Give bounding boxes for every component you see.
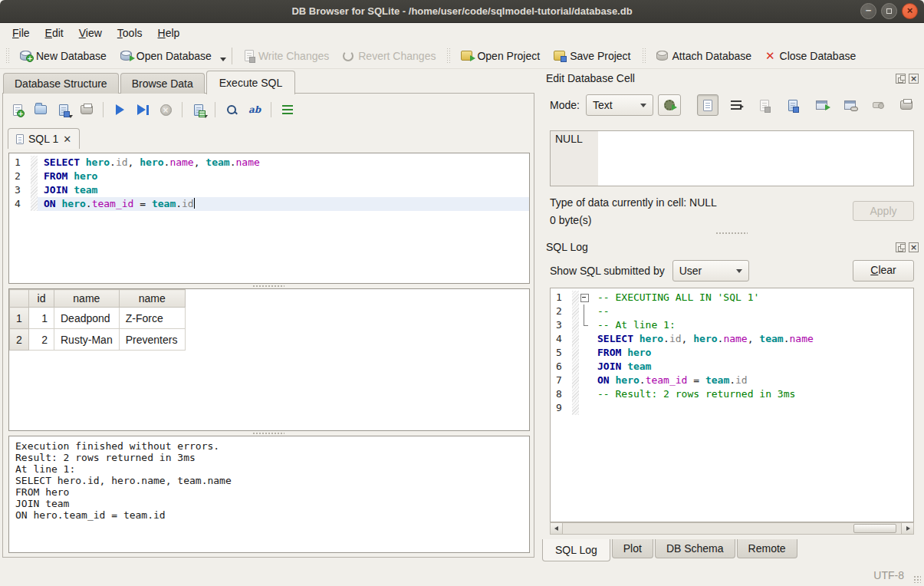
code-line[interactable]: 3-- At line 1: [551,318,913,332]
apply-button[interactable]: Apply [853,201,914,221]
new-database-button[interactable]: New Database [13,47,113,65]
code-line[interactable]: 5FROM hero [551,346,913,360]
dock-close-icon[interactable] [909,242,919,252]
tab-browse-data[interactable]: Browse Data [120,73,205,94]
code-line[interactable]: 2-- [551,305,913,318]
splitter-handle[interactable] [252,285,284,288]
cell-value-editor[interactable]: NULL [550,130,914,186]
cell[interactable]: Preventers [119,329,185,351]
toolbar-handle[interactable] [642,48,646,64]
open-project-button[interactable]: Open Project [454,47,547,65]
encoding-indicator[interactable]: UTF-8 [873,569,904,581]
tab-remote[interactable]: Remote [737,539,797,558]
row-header[interactable]: 2 [10,329,29,351]
splitter-handle[interactable] [252,432,284,435]
clear-log-button[interactable]: Clear [853,260,914,281]
column-header-name[interactable]: name [54,290,120,308]
cell-editor-toolbar: Mode: Text [550,94,917,117]
cell[interactable]: 2 [29,329,54,351]
close-button[interactable]: × [902,3,918,19]
execution-status: Execution finished without errors. Resul… [8,436,530,553]
toolbar-handle[interactable] [446,48,450,64]
minimize-button[interactable]: − [860,3,876,19]
menu-edit[interactable]: Edit [38,25,71,41]
set-null-button[interactable] [867,94,889,116]
float-icon[interactable] [896,242,906,252]
revert-changes-button[interactable]: Revert Changes [336,47,442,65]
code-line[interactable]: 1-- EXECUTING ALL IN 'SQL 1' [551,291,913,305]
log-horizontal-scrollbar[interactable] [550,522,914,535]
column-header-id[interactable]: id [29,290,54,308]
export-file-button[interactable] [811,94,832,116]
scroll-right-icon[interactable] [901,523,913,534]
tab-execute-sql[interactable]: Execute SQL [206,71,296,94]
apply-data-button[interactable] [658,94,681,116]
splitter-handle[interactable] [715,232,748,235]
execute-current-line-button[interactable] [133,100,153,120]
mode-select[interactable]: Text [586,94,653,116]
maximize-button[interactable] [881,3,897,19]
save-project-button[interactable]: Save Project [547,47,637,65]
tab-plot[interactable]: Plot [612,539,653,558]
cell[interactable]: Deadpond [54,308,120,329]
resize-grip[interactable] [913,575,921,583]
scrollbar-thumb[interactable] [853,524,896,533]
word-wrap-button[interactable] [725,94,747,116]
find-button[interactable] [222,100,242,120]
write-changes-button[interactable]: Write Changes [238,47,336,65]
find-replace-button[interactable]: ab [245,100,265,120]
print-sql-button[interactable] [77,100,97,120]
code-line[interactable]: 8-- Result: 2 rows returned in 3ms [551,387,913,401]
code-line[interactable]: 9 [551,401,913,415]
tab-db-schema[interactable]: DB Schema [655,539,735,558]
float-icon[interactable] [896,74,906,84]
code-line[interactable]: 4ON hero.team_id = team.id [9,197,529,211]
row-header[interactable]: 1 [10,308,29,329]
menu-help[interactable]: Help [150,25,188,41]
print-cell-button[interactable] [896,94,917,116]
open-tab-button[interactable] [8,100,28,120]
cell[interactable]: Z-Force [119,308,185,329]
stop-execution-button[interactable] [156,100,176,120]
scroll-left-icon[interactable] [551,523,563,534]
titlebar[interactable]: DB Browser for SQLite - /home/user/code/… [0,0,924,23]
menu-tools[interactable]: Tools [110,25,150,41]
open-database-button[interactable]: Open Database [113,47,219,65]
column-header-name2[interactable]: name [119,290,185,308]
sql-log-view[interactable]: 1-- EXECUTING ALL IN 'SQL 1'2--3-- At li… [550,288,914,522]
open-external-button[interactable] [839,94,860,116]
toolbar-handle[interactable] [5,48,9,64]
corner-header[interactable] [10,290,29,308]
menu-file[interactable]: File [5,25,38,41]
code-line[interactable]: 3JOIN team [9,183,529,197]
format-sql-button[interactable] [278,100,298,120]
menu-view[interactable]: View [71,25,110,41]
save-file-button[interactable] [782,94,804,116]
attach-database-button[interactable]: Attach Database [649,47,759,65]
main-tab-bar: Database Structure Browse Data Execute S… [3,71,297,94]
close-database-button[interactable]: ✕ Close Database [758,47,863,65]
export-results-button[interactable] [189,100,209,120]
tab-database-structure[interactable]: Database Structure [3,73,119,94]
cell[interactable]: Rusty-Man [54,329,120,351]
code-line[interactable]: 1SELECT hero.id, hero.name, team.name [9,156,529,170]
stop-icon [160,104,172,116]
log-filter-select[interactable]: User [672,260,749,281]
sql-editor[interactable]: 1SELECT hero.id, hero.name, team.name2FR… [8,153,530,284]
sql-file-tab[interactable]: SQL 1 ✕ [8,128,80,149]
cell-edit-area[interactable] [598,131,913,186]
cell[interactable]: 1 [29,308,54,329]
import-file-button[interactable] [754,94,775,116]
close-sql-tab-icon[interactable]: ✕ [63,133,71,145]
code-line[interactable]: 2FROM hero [9,170,529,183]
code-line[interactable]: 4SELECT hero.id, hero.name, team.name [551,332,913,346]
execute-all-button[interactable] [110,100,130,120]
open-sql-file-button[interactable] [31,100,51,120]
code-line[interactable]: 7ON hero.team_id = team.id [551,374,913,387]
tab-sql-log[interactable]: SQL Log [542,539,610,561]
code-line[interactable]: 6JOIN team [551,360,913,374]
text-mode-button[interactable] [697,94,718,116]
open-database-dropdown-icon[interactable] [220,58,226,61]
dock-close-icon[interactable] [909,74,919,84]
save-sql-file-button[interactable] [54,100,74,120]
